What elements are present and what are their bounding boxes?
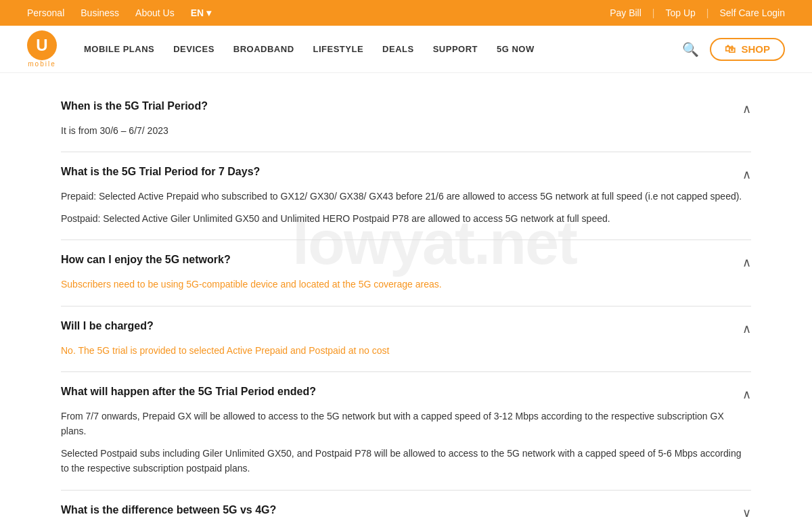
top-bar-left: Personal Business About Us EN ▾ xyxy=(27,7,211,18)
chevron-up-icon: ∧ xyxy=(742,167,751,182)
faq-item: What is the difference between 5G vs 4G?… xyxy=(61,491,751,523)
faq-answer-text: No. The 5G trial is provided to selected… xyxy=(61,343,751,358)
faq-question-text: What is the difference between 5G vs 4G? xyxy=(61,504,742,516)
chevron-up-icon: ∧ xyxy=(742,321,751,336)
chevron-up-icon: ∧ xyxy=(742,101,751,116)
faq-answer: No. The 5G trial is provided to selected… xyxy=(61,343,751,358)
main-nav: U mobile MOBILE PLANS DEVICES BROADBAND … xyxy=(0,26,812,73)
faq-question[interactable]: Will I be charged?∧ xyxy=(61,320,751,336)
shop-button[interactable]: 🛍 SHOP xyxy=(710,38,785,61)
language-selector[interactable]: EN ▾ xyxy=(191,7,211,18)
svg-text:U: U xyxy=(36,36,47,54)
faq-question-text: Will I be charged? xyxy=(61,320,742,332)
nav-support[interactable]: SUPPORT xyxy=(433,44,478,54)
about-us-link[interactable]: About Us xyxy=(135,7,175,18)
top-bar-right: Pay Bill | Top Up | Self Care Login xyxy=(610,7,785,18)
faq-question-text: What will happen after the 5G Trial Peri… xyxy=(61,386,742,398)
nav-5g-now[interactable]: 5G NOW xyxy=(497,44,535,54)
faq-answer-text: Subscribers need to be using 5G-compatib… xyxy=(61,277,751,292)
bag-icon: 🛍 xyxy=(725,43,736,55)
divider: | xyxy=(706,7,709,18)
business-link[interactable]: Business xyxy=(81,7,119,18)
self-care-login-link[interactable]: Self Care Login xyxy=(719,7,785,18)
faq-answer-text: It is from 30/6 – 6/7/ 2023 xyxy=(61,123,751,138)
faq-question[interactable]: How can I enjoy the 5G network?∧ xyxy=(61,254,751,270)
faq-item: Will I be charged?∧No. The 5G trial is p… xyxy=(61,306,751,372)
faq-answer: Subscribers need to be using 5G-compatib… xyxy=(61,277,751,292)
faq-item: What will happen after the 5G Trial Peri… xyxy=(61,372,751,491)
faq-answer-text: Selected Postpaid subs including Giler U… xyxy=(61,446,751,476)
faq-question-text: What is the 5G Trial Period for 7 Days? xyxy=(61,166,742,178)
top-up-link[interactable]: Top Up xyxy=(665,7,695,18)
faq-question-text: How can I enjoy the 5G network? xyxy=(61,254,742,266)
nav-lifestyle[interactable]: LIFESTYLE xyxy=(313,44,364,54)
faq-question[interactable]: What is the 5G Trial Period for 7 Days?∧ xyxy=(61,166,751,182)
faq-item: When is the 5G Trial Period?∧It is from … xyxy=(61,87,751,152)
faq-question-text: When is the 5G Trial Period? xyxy=(61,100,742,112)
faq-item: How can I enjoy the 5G network?∧Subscrib… xyxy=(61,240,751,306)
faq-answer-text: Postpaid: Selected Active Giler Unlimite… xyxy=(61,211,751,226)
top-bar: Personal Business About Us EN ▾ Pay Bill… xyxy=(0,0,812,26)
logo-text: mobile xyxy=(28,60,55,68)
faq-answer-text: Prepaid: Selected Active Prepaid who sub… xyxy=(61,189,751,204)
faq-question[interactable]: What is the difference between 5G vs 4G?… xyxy=(61,504,751,520)
nav-broadband[interactable]: BROADBAND xyxy=(233,44,294,54)
search-icon[interactable]: 🔍 xyxy=(682,41,699,58)
content-area: lowyat.net When is the 5G Trial Period?∧… xyxy=(34,73,778,523)
shop-label: SHOP xyxy=(741,43,770,55)
faq-answer: From 7/7 onwards, Prepaid GX will be all… xyxy=(61,409,751,476)
chevron-down-icon: ▾ xyxy=(206,7,211,18)
nav-right: 🔍 🛍 SHOP xyxy=(682,38,785,61)
personal-link[interactable]: Personal xyxy=(27,7,64,18)
nav-devices[interactable]: DEVICES xyxy=(173,44,215,54)
faq-answer: It is from 30/6 – 6/7/ 2023 xyxy=(61,123,751,138)
chevron-up-icon: ∧ xyxy=(742,255,751,270)
faq-answer-text: From 7/7 onwards, Prepaid GX will be all… xyxy=(61,409,751,439)
faq-item: What is the 5G Trial Period for 7 Days?∧… xyxy=(61,152,751,240)
chevron-down-icon: ∨ xyxy=(742,505,751,520)
nav-mobile-plans[interactable]: MOBILE PLANS xyxy=(84,44,154,54)
faq-answer: Prepaid: Selected Active Prepaid who sub… xyxy=(61,189,751,226)
divider: | xyxy=(652,7,655,18)
nav-links: MOBILE PLANS DEVICES BROADBAND LIFESTYLE… xyxy=(84,44,682,54)
pay-bill-link[interactable]: Pay Bill xyxy=(610,7,641,18)
nav-deals[interactable]: DEALS xyxy=(382,44,414,54)
u-mobile-logo-icon: U xyxy=(27,30,57,60)
logo[interactable]: U mobile xyxy=(27,30,57,68)
faq-question[interactable]: When is the 5G Trial Period?∧ xyxy=(61,100,751,116)
chevron-up-icon: ∧ xyxy=(742,387,751,402)
faq-question[interactable]: What will happen after the 5G Trial Peri… xyxy=(61,386,751,402)
faq-container: When is the 5G Trial Period?∧It is from … xyxy=(61,87,751,523)
